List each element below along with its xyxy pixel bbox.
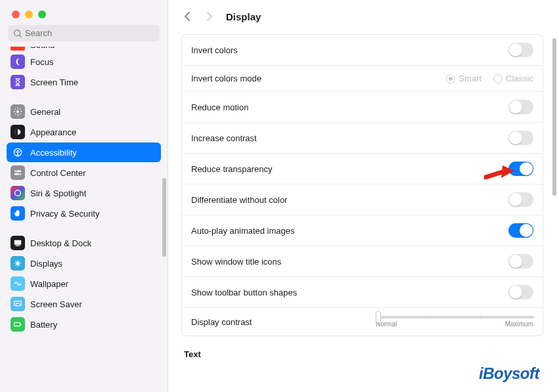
svg-line-1 bbox=[20, 35, 22, 37]
sidebar-item-battery[interactable]: Battery bbox=[7, 315, 161, 334]
setting-label: Show window title icons bbox=[191, 257, 508, 267]
setting-row-reduce-motion: Reduce motion bbox=[182, 92, 543, 123]
slider-max-label: Maximum bbox=[505, 320, 533, 328]
setting-row-display-contrast: Display contrast Normal Maximum bbox=[182, 308, 543, 336]
settings-group-display: Invert colors Invert colors mode Smart C… bbox=[181, 34, 543, 336]
svg-rect-6 bbox=[14, 171, 22, 173]
gear-icon bbox=[11, 104, 25, 119]
setting-label: Reduce motion bbox=[191, 102, 508, 112]
close-window-button[interactable] bbox=[12, 11, 20, 18]
sidebar-item-desktop-dock[interactable]: Desktop & Dock bbox=[7, 233, 161, 253]
setting-row-autoplay-animated: Auto-play animated images bbox=[182, 215, 543, 246]
sidebar-list[interactable]: Sound Focus Screen Time General Appearan… bbox=[0, 47, 168, 392]
watermark: iBoysoft bbox=[479, 364, 539, 383]
displays-icon bbox=[11, 256, 25, 271]
radio-group-invert-mode: Smart Classic bbox=[446, 74, 533, 83]
toggle-reduce-motion[interactable] bbox=[508, 100, 533, 114]
sidebar-item-label: Appearance bbox=[30, 127, 76, 137]
svg-rect-15 bbox=[14, 322, 20, 326]
search-input[interactable] bbox=[25, 28, 154, 38]
sidebar-item-control-center[interactable]: Control Center bbox=[7, 163, 161, 183]
sidebar-item-label: Focus bbox=[30, 57, 53, 67]
screen-saver-icon bbox=[11, 297, 25, 311]
radio-option-classic[interactable]: Classic bbox=[493, 74, 533, 83]
setting-label: Invert colors bbox=[191, 45, 508, 55]
hourglass-icon bbox=[11, 75, 25, 89]
sidebar-item-screen-time[interactable]: Screen Time bbox=[7, 72, 161, 92]
search-box[interactable] bbox=[8, 25, 160, 41]
sidebar-item-screen-saver[interactable]: Screen Saver bbox=[7, 294, 161, 314]
toggle-window-title-icons[interactable] bbox=[508, 254, 533, 269]
toggle-toolbar-button-shapes[interactable] bbox=[508, 285, 533, 299]
setting-label: Increase contrast bbox=[191, 133, 508, 143]
svg-point-13 bbox=[16, 261, 19, 265]
sidebar-scrollbar[interactable] bbox=[162, 178, 166, 257]
svg-point-9 bbox=[19, 173, 20, 175]
toggle-autoplay-animated[interactable] bbox=[508, 223, 533, 238]
svg-rect-16 bbox=[20, 324, 21, 326]
toggle-increase-contrast[interactable] bbox=[508, 131, 533, 145]
toggle-differentiate-color[interactable] bbox=[508, 192, 533, 207]
battery-icon bbox=[11, 317, 25, 332]
setting-row-toolbar-button-shapes: Show toolbar button shapes bbox=[182, 277, 543, 308]
toggle-invert-colors[interactable] bbox=[508, 43, 533, 57]
setting-row-invert-colors: Invert colors bbox=[182, 35, 543, 66]
setting-label: Reduce transparency bbox=[191, 164, 508, 174]
slider-thumb[interactable] bbox=[376, 311, 381, 323]
minimize-window-button[interactable] bbox=[25, 11, 33, 18]
forward-button[interactable] bbox=[204, 9, 215, 24]
sidebar-item-label: Wallpaper bbox=[30, 279, 68, 289]
appearance-icon bbox=[11, 125, 25, 139]
settings-body[interactable]: Invert colors Invert colors mode Smart C… bbox=[168, 30, 559, 392]
toggle-reduce-transparency[interactable] bbox=[508, 162, 533, 176]
sidebar-item-accessibility[interactable]: Accessibility bbox=[7, 142, 161, 162]
sidebar-item-label: Accessibility bbox=[30, 148, 77, 158]
radio-icon bbox=[493, 74, 503, 83]
zoom-window-button[interactable] bbox=[38, 11, 46, 18]
svg-rect-12 bbox=[16, 246, 20, 246]
search-icon bbox=[13, 29, 22, 38]
setting-label: Display contrast bbox=[191, 317, 376, 327]
slider-display-contrast[interactable]: Normal Maximum bbox=[376, 316, 533, 328]
sidebar-item-displays[interactable]: Displays bbox=[7, 253, 161, 273]
accessibility-icon bbox=[11, 145, 25, 160]
page-title: Display bbox=[226, 11, 261, 22]
main-panel: Display Invert colors Invert colors mode… bbox=[168, 0, 559, 392]
siri-icon bbox=[11, 186, 25, 200]
sidebar-overflow: Sound bbox=[7, 47, 161, 51]
setting-label: Show toolbar button shapes bbox=[191, 288, 508, 297]
main-scrollbar[interactable] bbox=[552, 38, 556, 196]
setting-label: Invert colors mode bbox=[191, 74, 446, 83]
sidebar-item-label: Screen Time bbox=[30, 77, 78, 87]
setting-row-invert-colors-mode: Invert colors mode Smart Classic bbox=[182, 66, 543, 92]
svg-point-5 bbox=[17, 150, 18, 151]
svg-point-8 bbox=[15, 171, 16, 172]
back-button[interactable] bbox=[181, 9, 193, 24]
sidebar-item-label: Screen Saver bbox=[30, 299, 82, 309]
sidebar-item-label: Battery bbox=[30, 320, 57, 330]
svg-point-2 bbox=[16, 110, 19, 113]
sidebar-item-siri-spotlight[interactable]: Siri & Spotlight bbox=[7, 183, 161, 203]
sidebar-item-appearance[interactable]: Appearance bbox=[7, 122, 161, 142]
setting-label: Differentiate without color bbox=[191, 195, 508, 205]
svg-rect-7 bbox=[14, 173, 22, 175]
setting-row-reduce-transparency: Reduce transparency bbox=[182, 154, 543, 185]
sidebar-item-general[interactable]: General bbox=[7, 102, 161, 121]
radio-icon bbox=[446, 74, 455, 83]
radio-option-smart[interactable]: Smart bbox=[446, 74, 481, 83]
setting-row-increase-contrast: Increase contrast bbox=[182, 123, 543, 154]
wallpaper-icon bbox=[11, 276, 25, 291]
sidebar-item-wallpaper[interactable]: Wallpaper bbox=[7, 274, 161, 294]
sidebar-item-label: General bbox=[30, 107, 60, 117]
setting-row-differentiate-color: Differentiate without color bbox=[182, 185, 543, 215]
sidebar-item-label: Control Center bbox=[30, 168, 86, 178]
sidebar-item-focus[interactable]: Focus bbox=[7, 52, 161, 72]
sidebar-item-privacy-security[interactable]: Privacy & Security bbox=[7, 204, 161, 223]
moon-icon bbox=[11, 54, 25, 69]
main-header: Display bbox=[168, 0, 559, 30]
sidebar: Sound Focus Screen Time General Appearan… bbox=[0, 0, 168, 392]
section-title-text: Text bbox=[181, 336, 543, 364]
search-container bbox=[0, 25, 168, 47]
setting-label: Auto-play animated images bbox=[191, 226, 508, 236]
radio-label: Smart bbox=[458, 74, 481, 83]
